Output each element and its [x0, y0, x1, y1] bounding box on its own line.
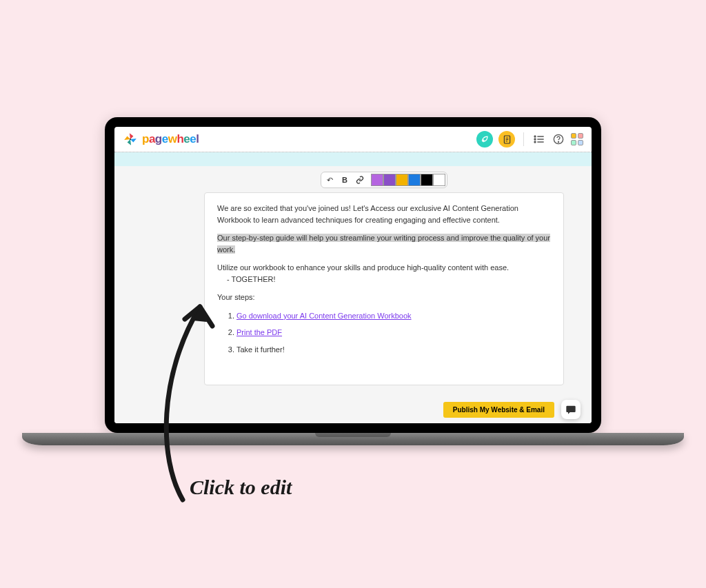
brand-name: pagewheel: [142, 132, 199, 146]
info-banner: [114, 152, 592, 166]
rocket-icon: [481, 135, 489, 143]
app-window: pagewheel: [114, 127, 592, 423]
annotation-label: Click to edit: [190, 476, 292, 499]
apps-grid-button[interactable]: [571, 133, 583, 145]
pinwheel-icon: [123, 132, 138, 147]
paragraph-highlighted: Our step-by-step guide will help you str…: [217, 232, 551, 255]
color-swatch[interactable]: [433, 174, 445, 186]
editor-canvas: ↶ B: [114, 166, 592, 423]
color-swatch[interactable]: [383, 174, 396, 186]
bottom-action-bar: Publish My Website & Email: [114, 396, 592, 423]
paragraph: Utilize our workbook to enhance your ski…: [217, 262, 551, 274]
svg-point-5: [534, 136, 536, 137]
text-toolbar: ↶ B: [204, 172, 564, 188]
laptop-notch: [322, 117, 384, 127]
step-item: Take it further!: [236, 344, 551, 356]
text-editor[interactable]: We are so excited that you've joined us!…: [204, 192, 564, 385]
svg-point-0: [130, 139, 131, 140]
svg-point-9: [534, 141, 536, 143]
paragraph: We are so excited that you've joined us!…: [217, 203, 551, 225]
publish-button[interactable]: Publish My Website & Email: [443, 402, 554, 418]
paragraph-indent: - TOGETHER!: [217, 274, 551, 285]
chat-icon: [565, 404, 576, 415]
list-icon: [534, 134, 545, 144]
app-header: pagewheel: [114, 127, 592, 152]
help-button[interactable]: [552, 132, 565, 146]
step-link[interactable]: Print the PDF: [236, 328, 282, 336]
document-icon: [503, 135, 511, 144]
link-icon: [356, 176, 364, 184]
color-swatch[interactable]: [371, 174, 383, 186]
undo-button[interactable]: ↶: [323, 174, 336, 186]
svg-point-12: [558, 141, 558, 142]
svg-point-7: [534, 139, 536, 140]
color-swatch[interactable]: [421, 174, 433, 186]
steps-label: Your steps:: [217, 292, 551, 303]
document-button[interactable]: [498, 131, 515, 148]
step-link[interactable]: Go download your AI Content Generation W…: [236, 312, 412, 320]
color-swatch[interactable]: [396, 174, 408, 186]
help-icon: [553, 134, 564, 145]
rocket-button[interactable]: [476, 131, 493, 148]
laptop-mockup: pagewheel: [105, 117, 601, 445]
color-swatch[interactable]: [408, 174, 421, 186]
laptop-screen-bezel: pagewheel: [105, 117, 601, 433]
laptop-base: [22, 433, 684, 445]
steps-list: Go download your AI Content Generation W…: [217, 310, 551, 356]
step-item: Go download your AI Content Generation W…: [236, 310, 551, 322]
header-divider: [523, 132, 524, 146]
color-swatches: [371, 174, 445, 186]
step-item: Print the PDF: [236, 327, 551, 338]
brand-logo[interactable]: pagewheel: [123, 132, 199, 147]
chat-widget[interactable]: [561, 400, 581, 419]
list-button[interactable]: [532, 132, 546, 146]
bold-button[interactable]: B: [338, 174, 352, 186]
link-button[interactable]: [353, 174, 367, 186]
